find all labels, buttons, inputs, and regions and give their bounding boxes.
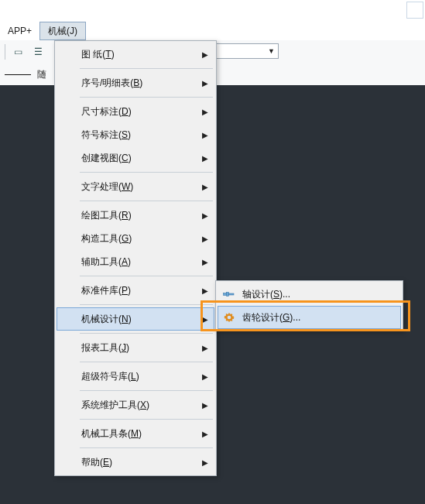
submenu-arrow-icon: ▶: [202, 315, 208, 324]
menu-item-label: 报表工具(J): [81, 341, 129, 355]
menu-item-label: 系统维护工具(X): [81, 399, 149, 412]
menu-item[interactable]: 标准件库(P)▶: [57, 279, 214, 302]
submenu-arrow-icon: ▶: [202, 183, 208, 191]
menu-separator: [80, 201, 213, 201]
corner-icon: [406, 2, 423, 19]
menu-item[interactable]: 序号/明细表(B)▶: [57, 71, 214, 94]
menu-item-label: 构造工具(G): [81, 232, 132, 245]
menu-item-label: 超级符号库(L): [81, 370, 139, 383]
menu-app-plus-label: APP+: [8, 26, 32, 36]
menu-item-label: 尺寸标注(D): [81, 105, 132, 118]
menu-item-label: 标准件库(P): [81, 284, 131, 297]
submenu-item-label: 轴设计(S)...: [242, 288, 290, 301]
menu-separator: [80, 172, 213, 173]
menu-item[interactable]: 报表工具(J)▶: [57, 336, 214, 359]
submenu-arrow-icon: ▶: [202, 108, 208, 116]
menu-separator: [80, 97, 213, 98]
menu-item-label: 辅助工具(A): [81, 255, 131, 269]
svg-rect-1: [226, 293, 228, 297]
submenu-arrow-icon: ▶: [202, 258, 208, 266]
submenu-arrow-icon: ▶: [202, 401, 208, 410]
menu-separator: [80, 362, 213, 362]
menu-separator: [80, 68, 213, 69]
menu-item-label: 图 纸(T): [81, 48, 115, 61]
menu-item[interactable]: 文字处理(W)▶: [57, 175, 214, 198]
submenu-item[interactable]: 齿轮设计(G)...: [218, 306, 401, 329]
menu-item[interactable]: 机械工具条(M)▶: [57, 422, 214, 445]
mechanical-design-submenu: 轴设计(S)...齿轮设计(G)...: [215, 280, 403, 331]
submenu-arrow-icon: ▶: [202, 79, 208, 87]
shaft-icon: [222, 288, 235, 300]
chevron-down-icon: ▼: [268, 47, 275, 55]
toolbar-button[interactable]: ▭: [10, 44, 26, 60]
toolbar-button-2[interactable]: ☰: [30, 44, 46, 60]
title-strip: [0, 0, 425, 22]
submenu-arrow-icon: ▶: [202, 286, 208, 295]
menu-item-label: 序号/明细表(B): [81, 77, 142, 90]
menu-item[interactable]: 帮助(E)▶: [57, 451, 214, 474]
linestyle-label: 随: [37, 68, 46, 81]
menu-separator: [80, 447, 213, 448]
menu-separator: [80, 304, 213, 305]
menu-item-label: 帮助(E): [81, 456, 112, 469]
toolbar-separator: [5, 44, 5, 60]
menubar: APP+ 机械(J): [0, 22, 425, 41]
menu-item-label: 符号标注(S): [81, 129, 131, 142]
line-style-sample: [5, 74, 31, 75]
menu-item-label: 文字处理(W): [81, 180, 133, 194]
gear-icon: [223, 311, 235, 324]
menu-item[interactable]: 符号标注(S)▶: [57, 123, 214, 146]
submenu-item[interactable]: 轴设计(S)...: [218, 283, 401, 306]
menu-item[interactable]: 机械设计(N)▶: [57, 307, 214, 331]
menu-separator: [80, 419, 213, 420]
menu-item[interactable]: 尺寸标注(D)▶: [57, 100, 214, 123]
submenu-arrow-icon: ▶: [202, 458, 208, 467]
submenu-item-label: 齿轮设计(G)...: [242, 311, 300, 324]
menu-separator: [80, 276, 213, 276]
menu-separator: [80, 390, 213, 391]
submenu-arrow-icon: ▶: [202, 211, 208, 220]
menu-item[interactable]: 构造工具(G)▶: [57, 227, 214, 250]
menu-item-label: 创建视图(C): [81, 152, 132, 165]
menu-app-plus[interactable]: APP+: [0, 22, 39, 40]
svg-rect-2: [228, 293, 234, 295]
mechanical-dropdown-menu: 图 纸(T)▶序号/明细表(B)▶尺寸标注(D)▶符号标注(S)▶创建视图(C)…: [54, 40, 217, 476]
menu-item[interactable]: 创建视图(C)▶: [57, 146, 214, 170]
svg-rect-0: [223, 293, 226, 296]
menu-item[interactable]: 辅助工具(A)▶: [57, 250, 214, 273]
submenu-arrow-icon: ▶: [202, 372, 208, 381]
menu-item[interactable]: 系统维护工具(X)▶: [57, 393, 214, 417]
menu-item-label: 机械设计(N): [81, 313, 132, 326]
menu-item-label: 绘图工具(R): [81, 209, 132, 222]
menu-mechanical-label: 机械(J): [48, 25, 77, 38]
menu-separator: [80, 333, 213, 334]
menu-mechanical[interactable]: 机械(J): [39, 22, 86, 40]
submenu-arrow-icon: ▶: [202, 430, 208, 438]
menu-item[interactable]: 图 纸(T)▶: [57, 43, 214, 66]
menu-item[interactable]: 超级符号库(L)▶: [57, 365, 214, 388]
submenu-arrow-icon: ▶: [202, 344, 208, 352]
menu-item[interactable]: 绘图工具(R)▶: [57, 204, 214, 227]
submenu-arrow-icon: ▶: [202, 235, 208, 243]
submenu-arrow-icon: ▶: [202, 154, 208, 163]
submenu-arrow-icon: ▶: [202, 50, 208, 59]
menu-item-label: 机械工具条(M): [81, 427, 142, 441]
submenu-arrow-icon: ▶: [202, 131, 208, 139]
